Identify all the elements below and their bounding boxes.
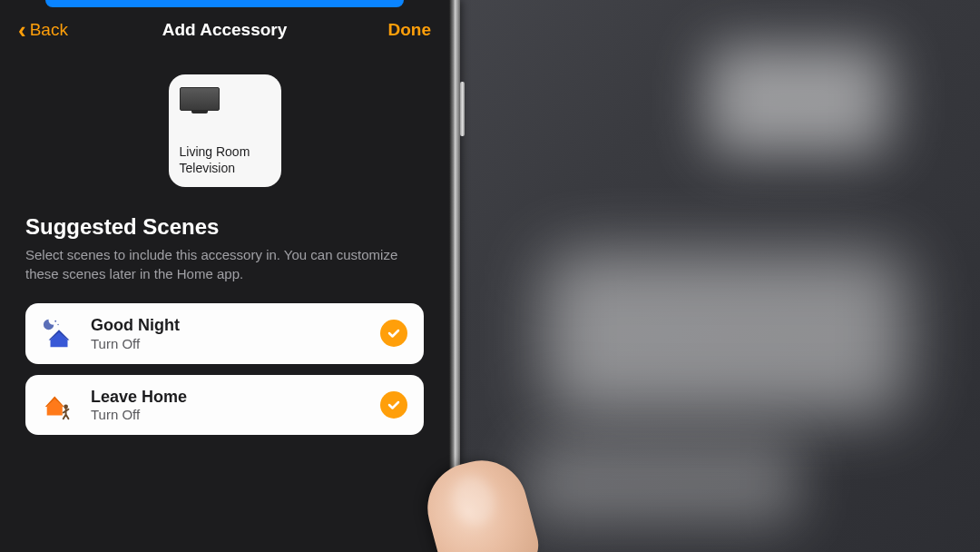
content-area: Living Room Television Suggested Scenes …: [0, 74, 449, 435]
phone-frame: ‹ Back Add Accessory Done Living Room Te…: [0, 0, 449, 552]
scene-text: Leave Home Turn Off: [91, 388, 366, 423]
section-title: Suggested Scenes: [25, 214, 424, 240]
leave-house-icon: [42, 388, 76, 422]
tv-icon: [180, 87, 220, 114]
checkmark-icon[interactable]: [380, 320, 407, 347]
scene-name: Good Night: [91, 316, 366, 336]
chevron-left-icon: ‹: [18, 18, 26, 42]
accessory-tile[interactable]: Living Room Television: [169, 74, 281, 187]
scene-name: Leave Home: [91, 388, 366, 408]
scene-action: Turn Off: [91, 336, 366, 351]
back-button[interactable]: ‹ Back: [18, 18, 68, 42]
svg-point-1: [57, 324, 59, 326]
checkmark-icon[interactable]: [380, 391, 407, 419]
top-blue-indicator: [45, 0, 404, 7]
scene-card-leave-home[interactable]: Leave Home Turn Off: [25, 375, 424, 436]
phone-side-button: [460, 82, 465, 136]
accessory-name: Living Room Television: [180, 144, 270, 176]
done-button[interactable]: Done: [388, 20, 432, 40]
back-label: Back: [30, 20, 68, 40]
scene-card-good-night[interactable]: Good Night Turn Off: [25, 303, 424, 364]
background-blur-extra: [526, 443, 799, 525]
screen: ‹ Back Add Accessory Done Living Room Te…: [0, 0, 449, 552]
navigation-bar: ‹ Back Add Accessory Done: [0, 0, 449, 54]
svg-point-0: [54, 320, 56, 322]
scene-action: Turn Off: [91, 407, 366, 422]
page-title: Add Accessory: [162, 20, 288, 40]
night-house-icon: [42, 316, 76, 350]
accessory-tile-wrapper: Living Room Television: [25, 74, 424, 187]
scene-text: Good Night Turn Off: [91, 316, 366, 351]
section-description: Select scenes to include this accessory …: [25, 245, 424, 283]
svg-point-2: [64, 404, 68, 409]
